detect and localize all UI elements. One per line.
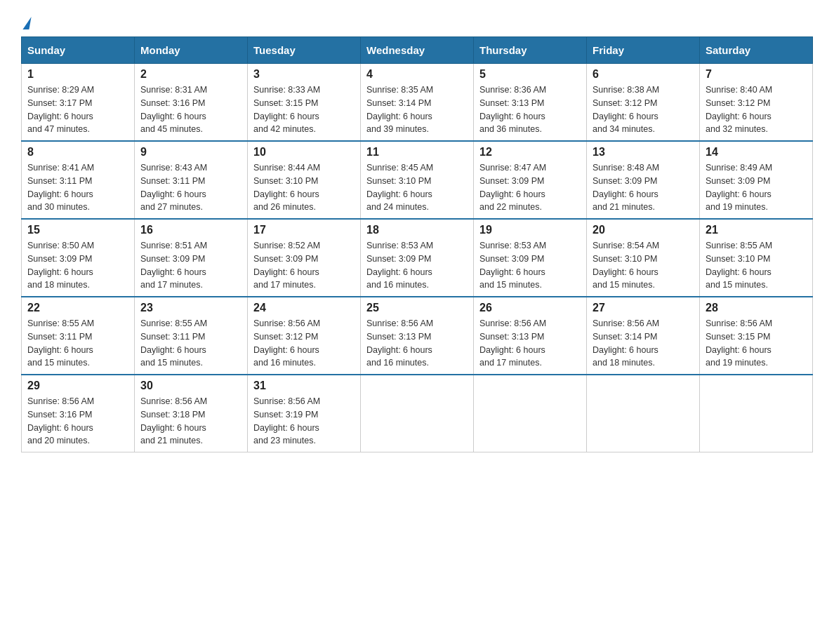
day-info: Sunrise: 8:35 AM Sunset: 3:14 PM Dayligh…: [366, 83, 468, 136]
day-number: 22: [27, 302, 128, 314]
calendar-cell: [361, 375, 474, 452]
day-number: 24: [253, 302, 355, 314]
day-info: Sunrise: 8:51 AM Sunset: 3:09 PM Dayligh…: [140, 239, 241, 292]
day-number: 11: [366, 146, 468, 159]
calendar-cell: 26 Sunrise: 8:56 AM Sunset: 3:13 PM Dayl…: [474, 297, 587, 375]
weekday-header-wednesday: Wednesday: [361, 37, 474, 64]
calendar-cell: 29 Sunrise: 8:56 AM Sunset: 3:16 PM Dayl…: [22, 375, 135, 452]
calendar-cell: 11 Sunrise: 8:45 AM Sunset: 3:10 PM Dayl…: [361, 141, 474, 219]
calendar-cell: 16 Sunrise: 8:51 AM Sunset: 3:09 PM Dayl…: [135, 219, 248, 297]
calendar-cell: 21 Sunrise: 8:55 AM Sunset: 3:10 PM Dayl…: [700, 219, 813, 297]
calendar-cell: [587, 375, 700, 452]
day-info: Sunrise: 8:55 AM Sunset: 3:11 PM Dayligh…: [27, 317, 128, 370]
day-number: 8: [27, 146, 128, 159]
day-info: Sunrise: 8:41 AM Sunset: 3:11 PM Dayligh…: [27, 161, 128, 214]
day-info: Sunrise: 8:56 AM Sunset: 3:13 PM Dayligh…: [366, 317, 468, 370]
calendar-cell: 17 Sunrise: 8:52 AM Sunset: 3:09 PM Dayl…: [248, 219, 361, 297]
day-info: Sunrise: 8:54 AM Sunset: 3:10 PM Dayligh…: [593, 239, 694, 292]
calendar-week-row: 8 Sunrise: 8:41 AM Sunset: 3:11 PM Dayli…: [22, 141, 813, 219]
day-number: 30: [140, 380, 241, 392]
day-info: Sunrise: 8:55 AM Sunset: 3:10 PM Dayligh…: [706, 239, 807, 292]
calendar-cell: 20 Sunrise: 8:54 AM Sunset: 3:10 PM Dayl…: [587, 219, 700, 297]
day-number: 1: [27, 68, 128, 81]
day-info: Sunrise: 8:38 AM Sunset: 3:12 PM Dayligh…: [593, 83, 694, 136]
calendar-cell: 7 Sunrise: 8:40 AM Sunset: 3:12 PM Dayli…: [700, 64, 813, 142]
weekday-header-saturday: Saturday: [700, 37, 813, 64]
calendar-cell: 30 Sunrise: 8:56 AM Sunset: 3:18 PM Dayl…: [135, 375, 248, 452]
weekday-header-tuesday: Tuesday: [248, 37, 361, 64]
calendar-cell: 25 Sunrise: 8:56 AM Sunset: 3:13 PM Dayl…: [361, 297, 474, 375]
day-info: Sunrise: 8:45 AM Sunset: 3:10 PM Dayligh…: [366, 161, 468, 214]
day-number: 19: [479, 224, 581, 236]
calendar-cell: 24 Sunrise: 8:56 AM Sunset: 3:12 PM Dayl…: [248, 297, 361, 375]
day-number: 21: [706, 224, 807, 236]
day-number: 15: [27, 224, 128, 236]
calendar-table: SundayMondayTuesdayWednesdayThursdayFrid…: [21, 36, 813, 452]
day-info: Sunrise: 8:52 AM Sunset: 3:09 PM Dayligh…: [253, 239, 355, 292]
day-number: 2: [140, 68, 241, 81]
day-info: Sunrise: 8:29 AM Sunset: 3:17 PM Dayligh…: [27, 83, 128, 136]
day-info: Sunrise: 8:44 AM Sunset: 3:10 PM Dayligh…: [253, 161, 355, 214]
calendar-cell: 4 Sunrise: 8:35 AM Sunset: 3:14 PM Dayli…: [361, 64, 474, 142]
calendar-cell: 27 Sunrise: 8:56 AM Sunset: 3:14 PM Dayl…: [587, 297, 700, 375]
calendar-cell: 14 Sunrise: 8:49 AM Sunset: 3:09 PM Dayl…: [700, 141, 813, 219]
day-number: 27: [593, 302, 694, 314]
day-number: 12: [479, 146, 581, 159]
day-info: Sunrise: 8:55 AM Sunset: 3:11 PM Dayligh…: [140, 317, 241, 370]
day-info: Sunrise: 8:56 AM Sunset: 3:14 PM Dayligh…: [593, 317, 694, 370]
day-number: 26: [479, 302, 581, 314]
day-number: 23: [140, 302, 241, 314]
weekday-header-sunday: Sunday: [22, 37, 135, 64]
day-info: Sunrise: 8:31 AM Sunset: 3:16 PM Dayligh…: [140, 83, 241, 136]
day-info: Sunrise: 8:43 AM Sunset: 3:11 PM Dayligh…: [140, 161, 241, 214]
calendar-cell: 18 Sunrise: 8:53 AM Sunset: 3:09 PM Dayl…: [361, 219, 474, 297]
calendar-cell: 15 Sunrise: 8:50 AM Sunset: 3:09 PM Dayl…: [22, 219, 135, 297]
day-number: 31: [253, 380, 355, 392]
calendar-cell: [700, 375, 813, 452]
day-number: 7: [706, 68, 807, 81]
calendar-cell: 23 Sunrise: 8:55 AM Sunset: 3:11 PM Dayl…: [135, 297, 248, 375]
day-number: 13: [593, 146, 694, 159]
day-number: 6: [593, 68, 694, 81]
calendar-cell: 31 Sunrise: 8:56 AM Sunset: 3:19 PM Dayl…: [248, 375, 361, 452]
weekday-header-thursday: Thursday: [474, 37, 587, 64]
day-number: 18: [366, 224, 468, 236]
day-info: Sunrise: 8:56 AM Sunset: 3:19 PM Dayligh…: [253, 395, 355, 448]
day-info: Sunrise: 8:40 AM Sunset: 3:12 PM Dayligh…: [706, 83, 807, 136]
page-header: [21, 14, 813, 29]
day-info: Sunrise: 8:53 AM Sunset: 3:09 PM Dayligh…: [479, 239, 581, 292]
day-info: Sunrise: 8:56 AM Sunset: 3:12 PM Dayligh…: [253, 317, 355, 370]
day-info: Sunrise: 8:47 AM Sunset: 3:09 PM Dayligh…: [479, 161, 581, 214]
calendar-cell: 2 Sunrise: 8:31 AM Sunset: 3:16 PM Dayli…: [135, 64, 248, 142]
day-info: Sunrise: 8:36 AM Sunset: 3:13 PM Dayligh…: [479, 83, 581, 136]
day-info: Sunrise: 8:56 AM Sunset: 3:16 PM Dayligh…: [27, 395, 128, 448]
calendar-cell: [474, 375, 587, 452]
day-number: 16: [140, 224, 241, 236]
calendar-cell: 12 Sunrise: 8:47 AM Sunset: 3:09 PM Dayl…: [474, 141, 587, 219]
calendar-cell: 3 Sunrise: 8:33 AM Sunset: 3:15 PM Dayli…: [248, 64, 361, 142]
calendar-week-row: 22 Sunrise: 8:55 AM Sunset: 3:11 PM Dayl…: [22, 297, 813, 375]
weekday-header-friday: Friday: [587, 37, 700, 64]
calendar-cell: 28 Sunrise: 8:56 AM Sunset: 3:15 PM Dayl…: [700, 297, 813, 375]
day-info: Sunrise: 8:56 AM Sunset: 3:13 PM Dayligh…: [479, 317, 581, 370]
calendar-cell: 13 Sunrise: 8:48 AM Sunset: 3:09 PM Dayl…: [587, 141, 700, 219]
day-info: Sunrise: 8:48 AM Sunset: 3:09 PM Dayligh…: [593, 161, 694, 214]
calendar-cell: 5 Sunrise: 8:36 AM Sunset: 3:13 PM Dayli…: [474, 64, 587, 142]
day-number: 3: [253, 68, 355, 81]
day-info: Sunrise: 8:56 AM Sunset: 3:15 PM Dayligh…: [706, 317, 807, 370]
day-number: 10: [253, 146, 355, 159]
calendar-week-row: 1 Sunrise: 8:29 AM Sunset: 3:17 PM Dayli…: [22, 64, 813, 142]
day-number: 29: [27, 380, 128, 392]
day-number: 9: [140, 146, 241, 159]
day-number: 4: [366, 68, 468, 81]
logo: [21, 14, 30, 29]
day-info: Sunrise: 8:53 AM Sunset: 3:09 PM Dayligh…: [366, 239, 468, 292]
day-number: 20: [593, 224, 694, 236]
calendar-cell: 9 Sunrise: 8:43 AM Sunset: 3:11 PM Dayli…: [135, 141, 248, 219]
weekday-header-row: SundayMondayTuesdayWednesdayThursdayFrid…: [22, 37, 813, 64]
calendar-cell: 22 Sunrise: 8:55 AM Sunset: 3:11 PM Dayl…: [22, 297, 135, 375]
calendar-week-row: 29 Sunrise: 8:56 AM Sunset: 3:16 PM Dayl…: [22, 375, 813, 452]
day-info: Sunrise: 8:56 AM Sunset: 3:18 PM Dayligh…: [140, 395, 241, 448]
calendar-cell: 10 Sunrise: 8:44 AM Sunset: 3:10 PM Dayl…: [248, 141, 361, 219]
weekday-header-monday: Monday: [135, 37, 248, 64]
